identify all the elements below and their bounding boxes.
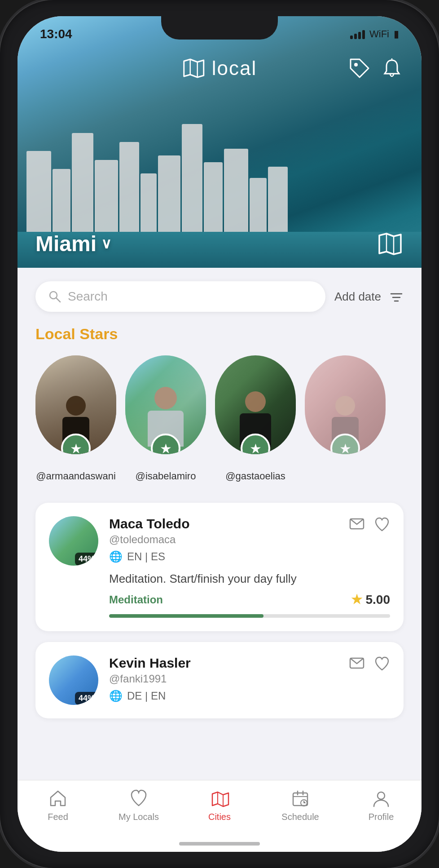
guide-rating-1: ★ 5.00 [351,592,391,607]
message-icon-1[interactable] [349,516,365,532]
message-icon-2[interactable] [349,655,365,672]
filter-icon[interactable] [389,289,404,304]
guide-languages-1: EN | ES [127,550,165,563]
status-time: 13:04 [40,27,72,41]
nav-feed[interactable]: Feed [18,788,98,822]
card-actions-1 [349,516,390,532]
signal-bars-icon [350,29,365,39]
hero-bottom: Miami ∨ [18,230,421,257]
guide-handle-2: @fanki1991 [109,673,338,685]
map-view-icon[interactable] [377,230,404,257]
battery-icon: ▮ [394,28,399,40]
guide-languages-2: DE | EN [127,690,166,702]
search-icon [48,290,61,303]
home-indicator [179,842,260,846]
nav-schedule[interactable]: Schedule [260,788,341,822]
search-placeholder: Search [68,289,108,304]
wifi-icon: WiFi [369,28,389,40]
card-avatar-2: 44% [49,655,98,705]
card-info-2: Kevin Hasler @fanki1991 🌐 DE | EN [109,655,338,702]
cities-nav-label: Cities [208,812,231,822]
search-box[interactable]: Search [35,281,325,312]
star-item[interactable]: ★ @isabelamiro [125,355,206,482]
card-actions-2 [349,655,390,672]
logo-map-icon [182,57,206,80]
star-avatar-4: ★ [305,355,386,454]
star-avatar-3: ★ [215,355,296,454]
card-avatar-1: 44% [49,516,98,566]
my-locals-nav-icon [129,788,149,808]
star-badge-icon: ★ [339,441,351,455]
match-percentage-2: 44% [75,692,98,705]
profile-nav-icon [371,788,391,808]
guide-handle-1: @toledomaca [109,533,338,546]
guide-card-1[interactable]: 44% Maca Toledo @toledomaca 🌐 EN | ES [35,503,404,631]
progress-fill-1 [109,614,263,618]
progress-bar-1 [109,614,390,618]
screen: 13:04 WiFi ▮ [18,16,421,852]
search-right: Add date [334,289,404,304]
city-name[interactable]: Miami ∨ [35,231,111,256]
globe-icon-2: 🌐 [109,690,123,702]
star-username-3: @gastaoelias [225,470,285,482]
nav-profile[interactable]: Profile [341,788,421,822]
star-badge-icon: ★ [70,441,82,455]
status-icons: WiFi ▮ [350,28,399,40]
star-item[interactable]: ★ @armaandaswani [35,355,116,482]
star-badge-icon: ★ [160,441,172,455]
main-content: Search Add date Local Stars [18,281,421,801]
hero-section: local Miami ∨ [18,16,421,268]
star-item[interactable]: ★ @gastaoelias [215,355,296,482]
star-avatar-1: ★ [35,355,116,454]
hero-top-icons [348,57,404,80]
favorite-icon-1[interactable] [374,516,390,532]
city-chevron-icon: ∨ [101,235,111,252]
tag-icon[interactable] [348,57,371,80]
cities-nav-icon [210,788,229,808]
svg-point-12 [378,792,385,799]
guide-name-1: Maca Toledo [109,516,338,531]
feed-nav-icon [48,788,68,808]
card-footer-1: Meditation ★ 5.00 [109,592,390,607]
schedule-nav-label: Schedule [281,812,319,822]
logo-text: local [212,57,257,80]
guide-name-2: Kevin Hasler [109,655,338,671]
app-logo: local [182,57,257,80]
globe-icon-1: 🌐 [109,550,123,563]
notch [161,16,278,40]
schedule-nav-icon [290,788,310,808]
notification-bell-icon[interactable] [380,57,404,80]
local-stars-title: Local Stars [35,325,404,343]
local-stars-row: ★ @armaandaswani ★ [35,355,404,487]
star-username-2: @isabelamiro [136,470,196,482]
add-date-button[interactable]: Add date [334,290,381,304]
rating-star-icon: ★ [351,592,362,607]
bottom-nav: Feed My Locals Cities [18,780,421,852]
guide-tag-1: Meditation [109,593,163,606]
star-avatar-2: ★ [125,355,206,454]
card-header-2: 44% Kevin Hasler @fanki1991 🌐 DE | EN [49,655,390,705]
search-row: Search Add date [35,281,404,312]
city-buildings [18,124,421,232]
phone-frame: 13:04 WiFi ▮ [0,0,439,868]
lang-row-1: 🌐 EN | ES [109,550,338,563]
star-item[interactable]: ★ [305,355,386,482]
nav-cities[interactable]: Cities [179,788,260,822]
nav-my-locals[interactable]: My Locals [98,788,179,822]
my-locals-nav-label: My Locals [119,812,159,822]
feed-nav-label: Feed [48,812,68,822]
svg-line-2 [56,298,60,302]
profile-nav-label: Profile [369,812,394,822]
card-header-1: 44% Maca Toledo @toledomaca 🌐 EN | ES [49,516,390,566]
star-username-1: @armaandaswani [36,470,116,482]
guide-card-2[interactable]: 44% Kevin Hasler @fanki1991 🌐 DE | EN [35,642,404,718]
lang-row-2: 🌐 DE | EN [109,690,338,702]
card-info-1: Maca Toledo @toledomaca 🌐 EN | ES [109,516,338,563]
svg-point-0 [354,63,358,66]
svg-rect-8 [293,793,307,806]
favorite-icon-2[interactable] [374,655,390,672]
guide-description-1: Meditation. Start/finish your day fully [109,572,390,586]
star-badge-icon: ★ [250,441,262,455]
match-percentage-1: 44% [75,553,98,566]
